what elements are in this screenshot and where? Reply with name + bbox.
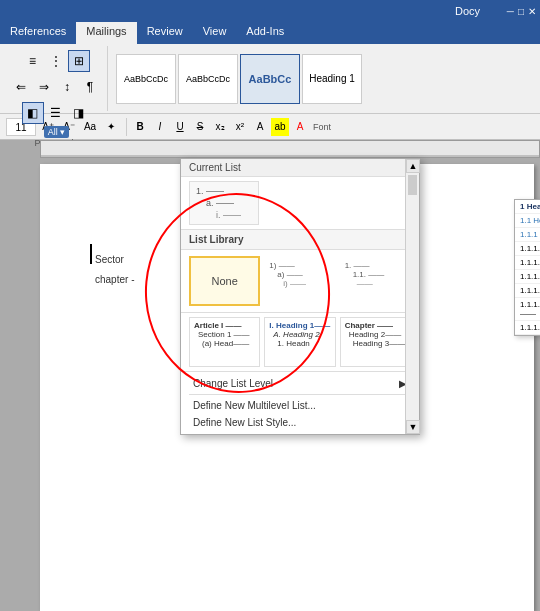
- scroll-thumb[interactable]: [408, 175, 417, 195]
- decrease-indent-btn[interactable]: ⇐: [10, 76, 32, 98]
- library-item-numbered[interactable]: 1) —— a) —— i) ——: [264, 256, 335, 306]
- multi-item-heading[interactable]: I. Heading 1—— A. Heading 2 1. Headn: [264, 317, 335, 367]
- styles-gallery: AaBbCcDc AaBbCcDc AaBbCc Heading 1: [116, 46, 362, 111]
- library-item-decimal[interactable]: 1. —— 1.1. —— ——: [340, 256, 411, 306]
- numbering-btn[interactable]: ⋮: [45, 50, 67, 72]
- current-list-header: Current List: [181, 159, 419, 177]
- paragraph-mark-btn[interactable]: ¶: [79, 76, 101, 98]
- align-buttons: ◧ ☰ ◨: [20, 100, 92, 126]
- dropdown-actions: Change List Level ▶ Define New Multileve…: [181, 372, 419, 434]
- text-highlight-btn[interactable]: ab: [271, 118, 289, 136]
- align-right-btn[interactable]: ◨: [68, 102, 90, 124]
- change-list-level-item[interactable]: Change List Level ▶: [189, 375, 411, 392]
- tab-references[interactable]: References: [0, 22, 76, 44]
- define-new-list-style-item[interactable]: Define New List Style...: [189, 414, 411, 431]
- sidebar-left: [0, 158, 40, 611]
- multi-item-chapter[interactable]: Chapter —— Heading 2—— Heading 3——: [340, 317, 411, 367]
- heading-panel-item-5[interactable]: 1.1.1.1.1 Heading 5 ——: [515, 256, 540, 270]
- chapter-sub1: Heading 2——: [349, 330, 406, 339]
- title-text: Docy: [455, 5, 480, 17]
- current-list-roman: i. ——: [216, 210, 252, 220]
- article-sub2: (a) Head——: [202, 339, 255, 348]
- scroll-down-arrow[interactable]: ▼: [406, 420, 420, 434]
- align-center-btn[interactable]: ☰: [45, 102, 67, 124]
- heading-panel-item-6[interactable]: 1.1.1.1.1.1 Heading 6 ——: [515, 270, 540, 284]
- heading-sub2: 1. Headn: [277, 339, 330, 348]
- define-new-multilevel-label: Define New Multilevel List...: [193, 400, 316, 411]
- minimize-btn[interactable]: ─: [507, 6, 514, 17]
- scroll-up-arrow[interactable]: ▲: [406, 159, 420, 173]
- multilevel-dropdown: ▲ ▼ Current List 1. —— a. —— i. —— List …: [180, 158, 420, 435]
- change-list-level-label: Change List Level: [193, 378, 273, 389]
- style-heading1-label: Heading 1: [309, 73, 355, 84]
- underline-btn[interactable]: U: [171, 118, 189, 136]
- close-btn[interactable]: ✕: [528, 6, 536, 17]
- decimal-preview: 1. —— 1.1. —— ——: [345, 261, 406, 288]
- ribbon-tabs: References Mailings Review View Add-Ins: [0, 22, 540, 44]
- ruler-area: /* ruler ticks - handled via inline SVG …: [0, 140, 540, 158]
- tab-view[interactable]: View: [193, 22, 237, 44]
- heading-panel-item-8[interactable]: 1.1.1.1.1.1.1.1 Heading 8——: [515, 298, 540, 321]
- heading-panel-item-1[interactable]: 1 Heading 1 ——: [515, 200, 540, 214]
- increase-indent-btn[interactable]: ⇒: [33, 76, 55, 98]
- style-nospacing[interactable]: AaBbCcDc: [178, 54, 238, 104]
- doc-text-chapter: chapter -: [95, 274, 134, 285]
- chapter-sub2: Heading 3——: [353, 339, 406, 348]
- current-list-section: 1. —— a. —— i. ——: [181, 177, 419, 230]
- heading-panel-item-3[interactable]: 1.1.1 Heading 3 ——: [515, 228, 540, 242]
- indent-buttons: ⇐ ⇒ ↕ ¶: [8, 74, 103, 100]
- bold-btn[interactable]: B: [131, 118, 149, 136]
- format-buttons: B I U S x₂ x² A ab A: [131, 118, 309, 136]
- ruler-main: /* ruler ticks - handled via inline SVG …: [40, 140, 540, 158]
- multi-item-article[interactable]: Article I —— Section 1 —— (a) Head——: [189, 317, 260, 367]
- clear-format-btn[interactable]: ✦: [102, 118, 120, 136]
- numbered-preview: 1) —— a) —— i) ——: [269, 261, 330, 288]
- bullets-btn[interactable]: ≡: [22, 50, 44, 72]
- subscript-btn[interactable]: x₂: [211, 118, 229, 136]
- align-left-btn[interactable]: ◧: [22, 102, 44, 124]
- library-grid: None 1) —— a) —— i) —— 1. —— 1.1. —— ——: [181, 250, 419, 313]
- font-group-label: Font: [313, 122, 331, 132]
- library-item-none[interactable]: None: [189, 256, 260, 306]
- current-list-alpha: a. ——: [206, 198, 252, 208]
- ribbon: ≡ ⋮ ⊞ ⇐ ⇒ ↕ ¶ ◧ ☰ ◨ All ▾ Paragraph AaBb…: [0, 44, 540, 114]
- tab-review[interactable]: Review: [137, 22, 193, 44]
- tab-mailings[interactable]: Mailings: [76, 22, 136, 44]
- heading-panel-item-2[interactable]: 1.1 Heading 2 ——: [515, 214, 540, 228]
- doc-area: Sector chapter - ▲ ▼ Current List 1. —— …: [0, 158, 540, 611]
- italic-btn[interactable]: I: [151, 118, 169, 136]
- heading-sub1: A. Heading 2: [273, 330, 330, 339]
- style-normal-label: AaBbCcDc: [124, 74, 168, 84]
- heading-panel-item-9[interactable]: 1.1.1.1.1.1.1.1.1 Heading 9: [515, 321, 540, 335]
- multi-row: Article I —— Section 1 —— (a) Head—— I. …: [181, 313, 419, 372]
- all-dropdown-btn[interactable]: All ▾: [44, 126, 70, 138]
- none-label: None: [212, 275, 238, 287]
- style-heading1-alt[interactable]: AaBbCc: [240, 54, 300, 104]
- maximize-btn[interactable]: □: [518, 6, 524, 17]
- define-new-multilevel-item[interactable]: Define New Multilevel List...: [189, 397, 411, 414]
- heading-panel-item-7[interactable]: 1.1.1.1.1.1.1 Heading 7 ——: [515, 284, 540, 298]
- style-normal[interactable]: AaBbCcDc: [116, 54, 176, 104]
- list-library-header: List Library: [181, 230, 419, 250]
- tab-addins[interactable]: Add-Ins: [236, 22, 294, 44]
- define-new-list-style-label: Define New List Style...: [193, 417, 296, 428]
- sort-btn[interactable]: ↕: [56, 76, 78, 98]
- article-sub1: Section 1 ——: [198, 330, 255, 339]
- window-controls: ─ □ ✕: [507, 6, 536, 17]
- style-nospacing-label: AaBbCcDc: [186, 74, 230, 84]
- ribbon-list-group: ≡ ⋮ ⊞ ⇐ ⇒ ↕ ¶ ◧ ☰ ◨ All ▾ Paragraph: [4, 46, 108, 111]
- multilevel-btn[interactable]: ⊞: [68, 50, 90, 72]
- text-effects-btn[interactable]: A: [251, 118, 269, 136]
- dropdown-scrollbar: ▲ ▼: [405, 159, 419, 434]
- heading-label: I. Heading 1——: [269, 321, 330, 330]
- current-list-preview[interactable]: 1. —— a. —— i. ——: [189, 181, 259, 225]
- heading-panel-item-4[interactable]: 1.1.1.1 Heading 4 ——: [515, 242, 540, 256]
- title-bar: Docy ─ □ ✕: [0, 0, 540, 22]
- superscript-btn[interactable]: x²: [231, 118, 249, 136]
- doc-text-sector: Sector: [95, 254, 124, 265]
- heading-panel: 1 Heading 1 —— 1.1 Heading 2 —— 1.1.1 He…: [514, 199, 540, 336]
- article-label: Article I ——: [194, 321, 255, 330]
- strikethrough-btn[interactable]: S: [191, 118, 209, 136]
- font-color-btn[interactable]: A: [291, 118, 309, 136]
- style-heading1[interactable]: Heading 1: [302, 54, 362, 104]
